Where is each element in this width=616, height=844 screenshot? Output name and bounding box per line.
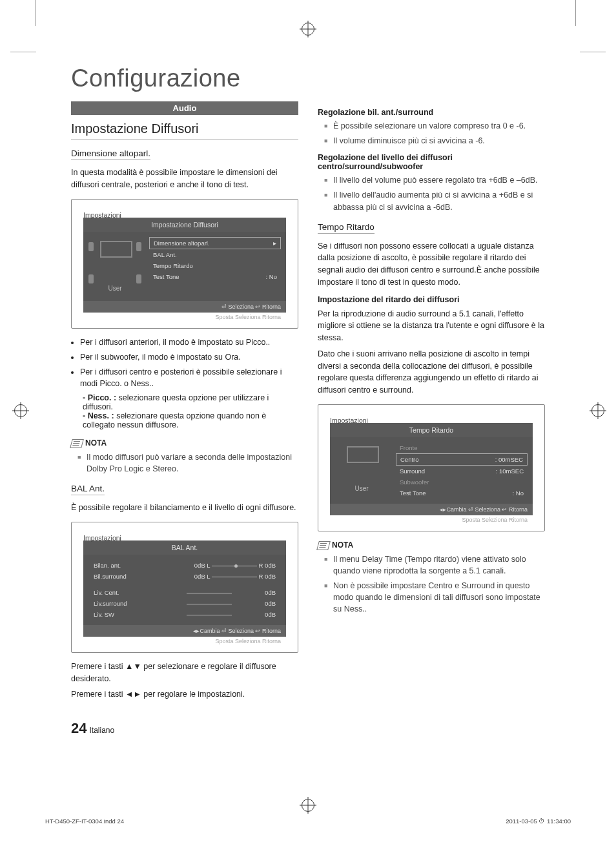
footer-filename: HT-D450-ZF-IT-0304.indd 24 <box>45 818 124 825</box>
heading-dimensione-altoparl: Dimensione altoparl. <box>71 149 150 160</box>
dimensione-intro: In questa modalità è possibile impostare… <box>71 167 298 191</box>
note-icon <box>316 541 331 550</box>
heading-regolazione-bil: Regolazione bil. ant./surround <box>318 108 545 117</box>
registration-mark-right <box>591 404 604 417</box>
press-updown: Premere i tasti ▲▼ per selezionare e reg… <box>71 661 298 685</box>
bullet-anteriori: Per i diffusori anteriori, il modo è imp… <box>80 336 298 348</box>
right-column: Regolazione bil. ant./surround È possibi… <box>318 101 545 705</box>
osd-impostazione-diffusori: Impostazioni Impostazione Diffusori User <box>71 199 298 329</box>
bal-ant-text: È possibile regolare il bilanciamento e … <box>71 502 298 514</box>
left-column: Audio Impostazione Diffusori Dimensione … <box>71 101 298 705</box>
note-icon <box>70 439 84 448</box>
section-bar-audio: Audio <box>71 101 298 115</box>
page-number: 24 <box>71 720 87 736</box>
heading-tempo-ritardo: Tempo Ritardo <box>318 222 375 234</box>
page-language: Italiano <box>89 726 114 735</box>
footer-timestamp: 2011-03-05 ⏱ 11:34:00 <box>506 818 571 825</box>
heading-impostazione-ritardo: Impostazione del ritardo dei diffusori <box>318 295 545 304</box>
bullet-subwoofer: Per il subwoofer, il modo è impostato su… <box>80 351 298 363</box>
nota-item: Il modo diffusori può variare a seconda … <box>77 451 298 475</box>
registration-mark-bottom <box>302 799 314 812</box>
nota-label: NOTA <box>71 438 298 448</box>
heading-impostazione-diffusori: Impostazione Diffusori <box>71 121 298 139</box>
press-leftright: Premere i tasti ◄► per regolare le impos… <box>71 688 298 701</box>
page-title: Configurazione <box>71 65 571 92</box>
heading-bal-ant: BAL Ant. <box>71 484 105 495</box>
heading-regolazione-livello: Regolazione del livello dei diffusori ce… <box>318 153 545 171</box>
registration-mark-top <box>302 23 314 36</box>
osd-bal-ant: Impostazioni BAL Ant. Bilan. ant.0dB L R… <box>71 522 298 653</box>
registration-mark-left <box>14 404 27 417</box>
osd-tempo-ritardo: Impostazioni Tempo Ritardo User Fronte C… <box>318 404 545 531</box>
tempo-ritardo-text: Se i diffusori non possono essere colloc… <box>318 240 545 289</box>
nota-label-right: NOTA <box>318 540 545 550</box>
bullet-centro-posteriori: Per i diffusori centro e posteriori è po… <box>80 366 298 389</box>
